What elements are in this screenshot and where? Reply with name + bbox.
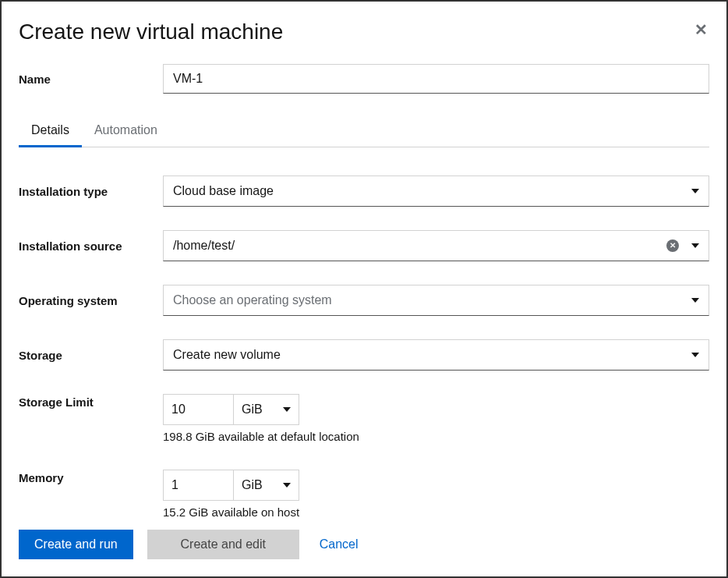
install-type-group: Installation type Cloud base image [19, 176, 709, 207]
caret-down-icon [691, 243, 699, 248]
clear-icon[interactable] [666, 239, 679, 252]
memory-unit: GiB [242, 478, 263, 492]
create-vm-dialog: Create new virtual machine ✕ Name Detail… [0, 0, 728, 578]
memory-hint: 15.2 GiB available on host [163, 505, 709, 519]
os-placeholder: Choose an operating system [173, 293, 332, 307]
caret-down-icon [691, 189, 699, 193]
install-type-select[interactable]: Cloud base image [163, 176, 709, 207]
storage-limit-group: Storage Limit GiB 198.8 GiB available at… [19, 394, 709, 443]
tabs: Details Automation [19, 117, 709, 147]
dialog-footer: Create and run Create and edit Cancel [19, 530, 709, 559]
os-label: Operating system [19, 293, 163, 307]
close-icon[interactable]: ✕ [694, 20, 708, 39]
storage-select[interactable]: Create new volume [163, 339, 709, 371]
caret-down-icon [283, 407, 291, 412]
storage-limit-hint: 198.8 GiB available at default location [163, 430, 709, 443]
caret-down-icon [691, 353, 699, 357]
install-type-value: Cloud base image [173, 184, 274, 198]
create-and-edit-button[interactable]: Create and edit [147, 530, 299, 559]
dialog-header: Create new virtual machine ✕ [19, 19, 709, 45]
os-select[interactable]: Choose an operating system [163, 285, 709, 316]
dialog-title: Create new virtual machine [19, 19, 283, 45]
memory-unit-select[interactable]: GiB [233, 470, 299, 501]
name-field[interactable] [163, 64, 709, 94]
install-source-value: /home/test/ [173, 239, 235, 253]
name-row: Name [19, 64, 709, 94]
storage-limit-unit-select[interactable]: GiB [233, 394, 299, 425]
install-source-label: Installation source [19, 238, 163, 253]
storage-group: Storage Create new volume [19, 339, 709, 371]
tab-details[interactable]: Details [19, 117, 82, 147]
name-label: Name [19, 71, 163, 86]
storage-limit-unit: GiB [242, 402, 263, 417]
caret-down-icon [691, 298, 699, 303]
install-type-label: Installation type [19, 183, 163, 198]
install-source-group: Installation source /home/test/ [19, 230, 709, 261]
memory-group: Memory GiB 15.2 GiB available on host [19, 470, 709, 519]
memory-label: Memory [19, 470, 163, 484]
create-and-run-button[interactable]: Create and run [19, 530, 133, 559]
storage-limit-label: Storage Limit [19, 394, 163, 409]
storage-label: Storage [19, 347, 163, 362]
cancel-button[interactable]: Cancel [313, 530, 365, 559]
storage-value: Create new volume [173, 348, 281, 362]
caret-down-icon [283, 483, 291, 488]
memory-field[interactable] [163, 470, 233, 501]
install-source-select[interactable]: /home/test/ [163, 230, 709, 261]
storage-limit-field[interactable] [163, 394, 233, 425]
os-group: Operating system Choose an operating sys… [19, 285, 709, 316]
tab-automation[interactable]: Automation [82, 117, 170, 147]
